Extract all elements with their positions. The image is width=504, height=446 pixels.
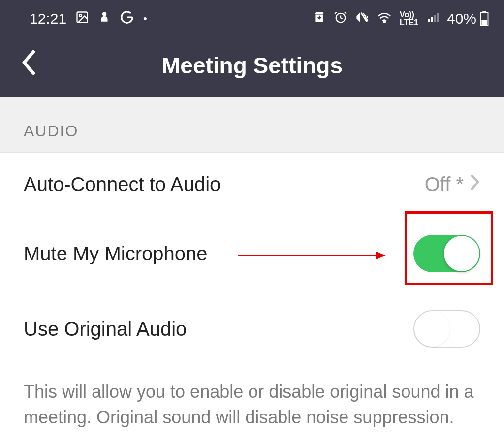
status-left: 12:21 •: [30, 10, 147, 28]
row-mute-microphone[interactable]: Mute My Microphone: [0, 216, 504, 291]
image-icon: [75, 10, 89, 28]
back-button[interactable]: [20, 49, 36, 82]
row-label: Mute My Microphone: [24, 243, 207, 265]
wifi-icon: [377, 11, 392, 27]
status-right: Vo))LTE1 40%: [313, 10, 489, 28]
recycle-icon: [313, 11, 326, 27]
chevron-right-icon: [470, 173, 480, 195]
toggle-knob: [414, 311, 450, 347]
row-label: Use Original Audio: [24, 318, 187, 340]
row-auto-connect-audio[interactable]: Auto-Connect to Audio Off *: [0, 152, 504, 216]
row-label: Auto-Connect to Audio: [24, 173, 220, 195]
annotation-arrow: [238, 244, 386, 266]
svg-point-1: [79, 14, 82, 17]
row-value: Off *: [425, 173, 464, 195]
svg-rect-12: [481, 20, 487, 25]
svg-point-5: [383, 21, 385, 23]
signal-icon: [426, 11, 439, 27]
status-time: 12:21: [30, 10, 66, 27]
nav-bar: Meeting Settings: [0, 33, 504, 97]
battery-indicator: 40%: [447, 10, 489, 27]
row-value-wrap: Off *: [425, 173, 480, 195]
row-use-original-audio[interactable]: Use Original Audio: [0, 291, 504, 366]
volte-icon: Vo))LTE1: [400, 11, 418, 27]
svg-rect-9: [437, 13, 439, 22]
battery-pct: 40%: [447, 10, 476, 27]
settings-content: AUDIO Auto-Connect to Audio Off * Mute M…: [0, 97, 504, 446]
svg-marker-14: [376, 252, 386, 259]
toggle-mute-microphone[interactable]: [413, 235, 480, 272]
alarm-icon: [334, 10, 347, 28]
google-icon: [120, 10, 134, 28]
status-icon-2: [98, 10, 111, 28]
page-title: Meeting Settings: [0, 52, 504, 79]
status-bar: 12:21 • Vo))LTE1 40%: [0, 0, 504, 33]
row-description: This will allow you to enable or disable…: [0, 366, 504, 446]
toggle-original-audio[interactable]: [413, 310, 480, 348]
section-header-audio: AUDIO: [0, 122, 504, 152]
toggle-knob: [444, 236, 479, 271]
vibrate-icon: [355, 10, 369, 28]
svg-rect-8: [434, 15, 436, 22]
svg-point-2: [102, 12, 107, 16]
dot-icon: •: [143, 12, 147, 25]
battery-icon: [479, 11, 489, 26]
svg-rect-6: [428, 19, 430, 22]
svg-rect-7: [431, 17, 433, 22]
